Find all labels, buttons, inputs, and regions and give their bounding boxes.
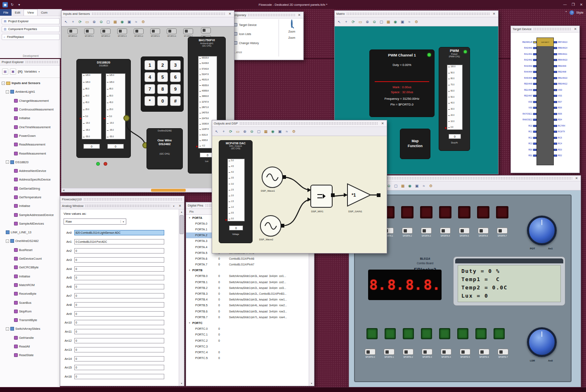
- analog-value-field[interactable]: 0: [74, 257, 164, 263]
- tree-item[interactable]: ChangeMeasurement: [0, 96, 60, 105]
- tree-item[interactable]: BusReset: [0, 246, 60, 254]
- chip-pin[interactable]: VSS: [554, 93, 579, 99]
- components-icon[interactable]: ▣: [10, 68, 16, 75]
- digital-pin-row[interactable]: PORTB.50SwitchArraySlide1/pin4L, keypad_…: [186, 303, 309, 308]
- component-icon[interactable]: ▣: [276, 128, 283, 135]
- tree-item[interactable]: ContinuousMeasurement: [0, 105, 60, 114]
- close-icon[interactable]: ✕: [227, 12, 232, 16]
- analog-value-field[interactable]: 0: [74, 266, 164, 272]
- pan-icon[interactable]: +: [220, 128, 227, 135]
- switch-toggle[interactable]: [460, 349, 470, 355]
- zoom-fit-icon[interactable]: ▢: [392, 183, 399, 189]
- tree-expander-icon[interactable]: -: [6, 327, 9, 331]
- tree-item[interactable]: GetDeviceCount: [0, 254, 60, 263]
- switch-toggle[interactable]: [365, 349, 376, 355]
- app-titlebar[interactable]: ▣↻▾ Flowcode - Dedicated 2D component pa…: [0, 0, 586, 9]
- red-led[interactable]: [401, 206, 414, 218]
- analog-outer-titlebar[interactable]: Flowcode(r)10: [60, 196, 184, 203]
- tree-item[interactable]: TransmitByte: [0, 316, 60, 324]
- wire-node[interactable]: [123, 115, 130, 121]
- tree-item[interactable]: Initialise: [0, 272, 60, 281]
- close-icon[interactable]: ✕: [573, 27, 578, 31]
- digital-pin-row[interactable]: PORTC.20: [186, 338, 309, 343]
- zoom-fit-icon[interactable]: ▢: [105, 19, 111, 25]
- dsp-wave1-component[interactable]: [262, 167, 283, 188]
- tree-item[interactable]: ScanBus: [0, 298, 60, 307]
- ribbon-button[interactable]: ⌕Find/Replace: [2, 34, 60, 40]
- digital-pin-row[interactable]: PORTB.00SwitchArraySlide1/pin3L, keypad_…: [186, 273, 309, 279]
- analog-value-field[interactable]: 0: [74, 329, 164, 334]
- wave-icon[interactable]: ≈: [406, 19, 413, 25]
- analog-value-field[interactable]: 0:ComboBL0114:Pot:ADC: [74, 239, 164, 244]
- tree-item[interactable]: ReceiveByte: [0, 289, 60, 298]
- chip-pin[interactable]: RA2/AN2: [512, 57, 536, 63]
- chip-pin[interactable]: RC6/TX: [554, 129, 579, 135]
- maximize-icon[interactable]: ❐: [572, 2, 575, 7]
- red-led[interactable]: [420, 206, 432, 218]
- map-function-component[interactable]: Map Function: [400, 129, 430, 159]
- zoom-fit-icon[interactable]: ▢: [378, 19, 385, 25]
- chip-pin[interactable]: VSS: [512, 105, 536, 111]
- chip-pin[interactable]: RD4: [554, 117, 579, 123]
- matrix-titlebar[interactable]: Matrix ✕: [335, 11, 498, 17]
- help-icon[interactable]: ?: [569, 10, 574, 15]
- ribbon-tab-com[interactable]: Com: [38, 9, 51, 16]
- zoom-out-icon[interactable]: ⊖: [371, 19, 378, 25]
- scroll-left-icon[interactable]: ◀: [61, 188, 66, 192]
- digital-pin-row[interactable]: PORTC.10: [186, 332, 309, 338]
- tree-item[interactable]: MatchROM: [0, 281, 60, 289]
- camera-icon[interactable]: ◉: [392, 19, 399, 25]
- outputs-titlebar[interactable]: Outputs and DSP ✕: [212, 120, 387, 127]
- chip-pin[interactable]: RA3/AN3: [512, 63, 536, 69]
- checkbox-icon[interactable]: [234, 23, 237, 26]
- select-icon[interactable]: ▭: [84, 19, 90, 25]
- green-led[interactable]: [366, 328, 378, 339]
- chip-pin[interactable]: RD5: [554, 111, 579, 117]
- component-icon[interactable]: ▣: [414, 183, 420, 189]
- checkbox-icon[interactable]: [234, 32, 237, 35]
- variables-x-icon[interactable]: {X}: [18, 70, 23, 73]
- chip-pin[interactable]: RB3/AN9: [554, 63, 579, 69]
- tree-item[interactable]: -Inputs and Sensors: [0, 79, 60, 87]
- chip-pin[interactable]: RB4/AN10: [554, 57, 579, 63]
- camera-icon[interactable]: ◉: [269, 128, 276, 135]
- tree-item[interactable]: GetHandle: [0, 333, 60, 342]
- analog-value-field[interactable]: 0: [74, 356, 164, 361]
- ribbon-tab-view[interactable]: View: [24, 9, 38, 16]
- chip-pin[interactable]: RD6: [554, 105, 579, 111]
- switch-toggle[interactable]: [497, 228, 508, 234]
- switch-toggle[interactable]: [384, 349, 395, 355]
- analog-value-field[interactable]: 0: [74, 347, 164, 352]
- green-led[interactable]: [403, 328, 414, 339]
- tree-item[interactable]: SampleAddressedDevice: [0, 210, 60, 219]
- dsp-mixer-component[interactable]: [310, 185, 333, 208]
- rotate-icon[interactable]: ⟳: [227, 128, 234, 135]
- tree-expander-icon[interactable]: -: [6, 239, 9, 243]
- red-led[interactable]: [496, 206, 508, 218]
- chevron-down-icon[interactable]: ▾: [38, 70, 40, 73]
- red-led[interactable]: [439, 206, 451, 218]
- chip-pin[interactable]: VDD: [512, 99, 536, 105]
- tree-expander-icon[interactable]: -: [2, 82, 5, 85]
- scroll-thumb[interactable]: [180, 215, 184, 234]
- tree-item[interactable]: ReadState: [0, 351, 60, 359]
- switch-toggle[interactable]: [403, 349, 414, 355]
- tree-item[interactable]: -OneWireDS2482: [0, 237, 60, 245]
- green-led[interactable]: [421, 328, 432, 339]
- wave-icon[interactable]: ≈: [284, 128, 290, 135]
- switch-toggle[interactable]: [421, 228, 432, 234]
- analog-value-field[interactable]: 0: [74, 248, 164, 254]
- checkbox-icon[interactable]: [234, 41, 237, 45]
- ribbon-tab-file[interactable]: File: [0, 9, 12, 16]
- ribbon-button[interactable]: ▥Component Properties: [2, 26, 60, 32]
- close-icon[interactable]: ✕: [380, 122, 385, 125]
- chip-pin[interactable]: RA0/AN0: [512, 45, 536, 52]
- analog-value-field[interactable]: 0: [74, 320, 164, 325]
- analog-value-field[interactable]: 0: [74, 293, 164, 298]
- minimize-icon[interactable]: —: [563, 2, 567, 7]
- tree-item[interactable]: AddressSpecificDevice: [0, 175, 60, 184]
- pan-icon[interactable]: +: [70, 19, 76, 25]
- tree-item[interactable]: GetCRC8Byte: [0, 263, 60, 272]
- zoom-label[interactable]: Zoom: [282, 30, 302, 33]
- rotate-icon[interactable]: ⟳: [350, 19, 357, 25]
